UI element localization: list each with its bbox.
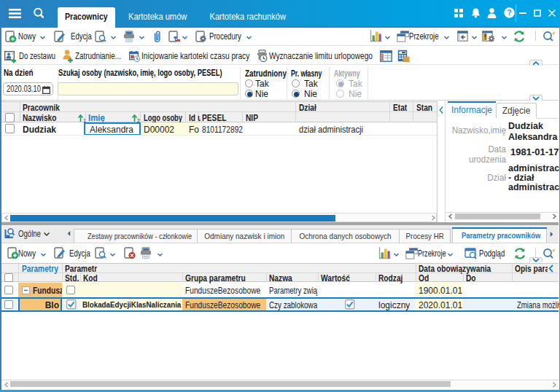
svg-text:?: ? bbox=[507, 8, 511, 17]
